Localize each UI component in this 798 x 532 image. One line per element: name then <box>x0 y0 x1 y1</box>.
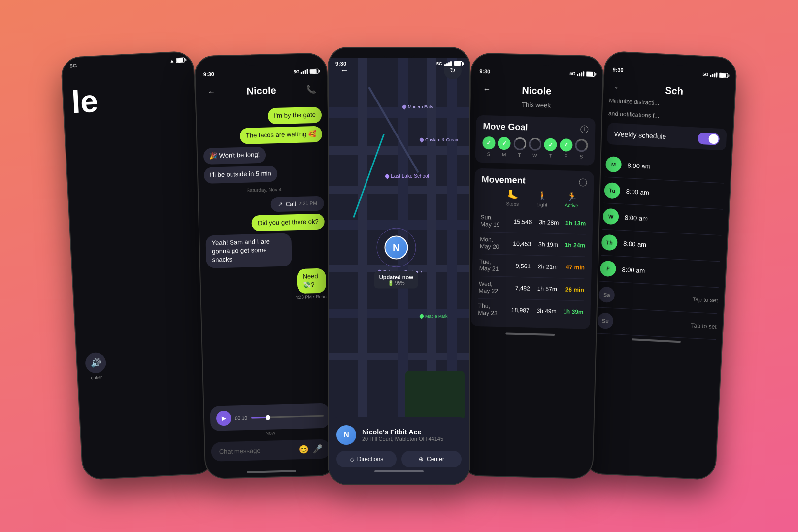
time-fri: 8:00 am <box>622 266 645 274</box>
date-wed: Wed, May 22 <box>478 280 503 295</box>
messages-header: ← Nicole 📞 <box>196 77 327 106</box>
audio-bubble: ▶ 00:10 <box>210 403 330 431</box>
move-goal-section: Move Goal i ✓ S ✓ M T <box>475 115 595 166</box>
day-ring-m: ✓ <box>498 137 511 150</box>
day-ring-f: ✓ <box>560 138 573 152</box>
steps-thu: 18,987 <box>502 306 529 314</box>
msg-sent-3: Did you get there ok? <box>252 213 325 232</box>
back-button-2[interactable]: ← <box>203 84 220 100</box>
poi-east-lake: East Lake School <box>385 173 429 179</box>
emoji-icon[interactable]: 😊 <box>299 445 309 455</box>
stats-mon: Mon, May 20 10,453 3h 19m 1h 24m <box>480 232 586 257</box>
contact-name: Nicole <box>246 85 276 97</box>
msg-date: Saturday, Nov 4 <box>204 185 324 194</box>
person-name: Nicole's Fitbit Ace <box>362 428 443 436</box>
call-bubble: ↗ Call 2:21 PM <box>270 196 324 212</box>
phone-5: 9:30 5G ← Sch Minimize dist <box>583 50 738 480</box>
directions-label: Directions <box>357 456 383 463</box>
person-avatar: N <box>336 425 356 445</box>
steps-col: 🦶 Steps <box>498 189 528 207</box>
tap-sun[interactable]: Tap to set <box>691 322 717 330</box>
day-badge-wed: W <box>602 208 619 225</box>
stats-thu: Thu, May 23 18,987 3h 49m 1h 39m <box>478 299 584 323</box>
waveform <box>251 415 324 418</box>
phones-container: 5G ▲ le 🔊 eaker 9:30 5G <box>0 0 798 532</box>
call-time: 2:21 PM <box>299 200 317 206</box>
schedule-day-sun: Su Tap to set <box>597 307 717 340</box>
chat-input-bar[interactable]: Chat message 😊 🎤 <box>211 439 331 461</box>
location-marker: N Updated now 🔋 95% <box>374 228 418 289</box>
day-label-s1: S <box>487 151 490 157</box>
home-indicator-4 <box>505 332 555 336</box>
schedule-content: ← Sch Minimize distracti... and notifica… <box>591 75 735 340</box>
date-tue: Tue, May 21 <box>479 258 504 272</box>
home-indicator-2 <box>247 470 296 473</box>
center-icon: ⊕ <box>419 456 424 463</box>
active-tue: 47 min <box>558 264 585 271</box>
time-tue: 8:00 am <box>626 188 649 196</box>
day-label-t1: T <box>518 152 521 158</box>
date-mon: Mon, May 20 <box>480 236 504 250</box>
location-ring: N <box>376 228 416 267</box>
directions-icon: ◇ <box>350 456 354 463</box>
call-label: Call <box>286 200 296 208</box>
day-label-m: M <box>502 152 506 157</box>
weekly-schedule-row: Weekly schedule <box>607 123 727 151</box>
play-button[interactable]: ▶ <box>216 411 232 426</box>
day-label-f: F <box>564 153 567 159</box>
location-updated: Updated now <box>379 274 413 280</box>
weekly-schedule-label: Weekly schedule <box>614 130 666 141</box>
movement-info-icon[interactable]: i <box>579 178 587 186</box>
phone-1: 5G ▲ le 🔊 eaker <box>61 50 216 480</box>
day-col-m: ✓ M <box>498 137 511 158</box>
msg-sent-2: The tacos are waiting 🥰 <box>239 126 322 144</box>
call-arrow-icon: ↗ <box>278 200 283 207</box>
light-sun: 3h 28m <box>532 219 559 226</box>
back-button-5[interactable]: ← <box>609 79 626 96</box>
audio-time: 00:10 <box>235 415 247 421</box>
active-wed: 26 min <box>557 286 584 293</box>
speaker-container: 🔊 eaker <box>85 352 107 381</box>
directions-button[interactable]: ◇ Directions <box>336 451 397 467</box>
steps-icon: 🦶 <box>507 189 518 200</box>
schedule-page-title: Sch <box>629 83 729 100</box>
mic-icon[interactable]: 🎤 <box>313 444 323 454</box>
active-thu: 1h 39m <box>556 308 583 315</box>
speaker-icon[interactable]: 🔊 <box>85 352 106 374</box>
day-ring-s1: ✓ <box>482 136 496 150</box>
day-label-t2: T <box>549 153 552 159</box>
time-wed: 8:00 am <box>625 214 648 222</box>
phone-4: 9:30 5G ← Nicole This week <box>460 52 604 479</box>
move-goal-title: Move Goal <box>483 121 528 133</box>
steps-tue: 9,561 <box>503 262 531 269</box>
tap-sat[interactable]: Tap to set <box>692 296 718 304</box>
light-tue: 2h 21m <box>531 263 558 270</box>
map-bottom-card: N Nicole's Fitbit Ace 20 Hill Court, Mab… <box>329 417 469 484</box>
home-indicator-3 <box>374 470 424 472</box>
center-label: Center <box>427 456 444 463</box>
center-button[interactable]: ⊕ Center <box>401 451 462 467</box>
light-label: Light <box>536 202 547 208</box>
notch-4 <box>520 55 555 66</box>
toggle-knob <box>708 134 719 144</box>
active-col: 🏃 Active <box>557 191 587 209</box>
call-button[interactable]: 📞 <box>303 81 319 98</box>
msg-recv-2: I'll be outside in 5 min <box>204 166 277 184</box>
active-icon: 🏃 <box>566 191 577 202</box>
map-action-buttons: ◇ Directions ⊕ Center <box>336 451 462 467</box>
day-badge-tue: Tu <box>604 182 621 199</box>
weekly-schedule-toggle[interactable] <box>698 133 720 145</box>
person-info: N Nicole's Fitbit Ace 20 Hill Court, Mab… <box>336 425 462 445</box>
move-goal-info-icon[interactable]: i <box>580 125 588 133</box>
speaker-label: eaker <box>91 375 102 380</box>
day-ring-w <box>529 137 542 151</box>
network-3: 5G <box>436 61 442 66</box>
stats-wed: Wed, May 22 7,482 1h 57m 26 min <box>478 276 584 301</box>
days-row: ✓ S ✓ M T W ✓ <box>482 136 588 160</box>
day-ring-t1 <box>513 137 527 151</box>
active-sun: 1h 13m <box>559 219 586 227</box>
msg-sent-1: I'm by the gate <box>268 107 322 125</box>
back-button-4[interactable]: ← <box>479 81 495 98</box>
msg-recv-1: 🎉 Won't be long! <box>203 146 266 164</box>
poi-maple-park: Maple Park <box>420 314 448 319</box>
